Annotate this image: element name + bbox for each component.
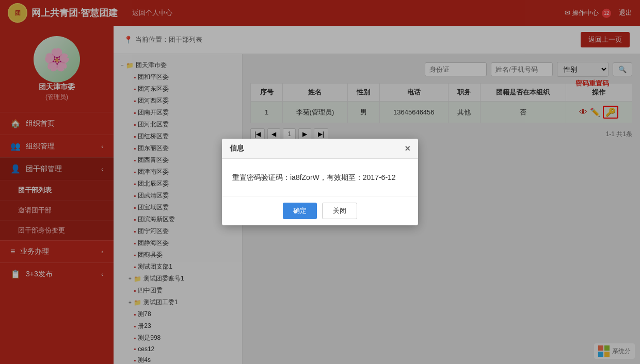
modal-confirm-button[interactable]: 确定 (283, 203, 317, 219)
modal-dialog: 信息 × 重置密码验证码：ia8fZorW，有效期至：2017-6-12 确定 … (222, 139, 418, 225)
modal-footer: 确定 关闭 (222, 196, 418, 225)
modal-body: 重置密码验证码：ia8fZorW，有效期至：2017-6-12 (222, 159, 418, 196)
modal-header: 信息 × (222, 139, 418, 159)
modal-title: 信息 (230, 144, 244, 153)
modal-overlay[interactable]: 信息 × 重置密码验证码：ia8fZorW，有效期至：2017-6-12 确定 … (0, 0, 640, 364)
modal-close-footer-button[interactable]: 关闭 (322, 203, 357, 219)
modal-close-button[interactable]: × (405, 144, 410, 153)
modal-content: 重置密码验证码：ia8fZorW，有效期至：2017-6-12 (232, 173, 396, 181)
